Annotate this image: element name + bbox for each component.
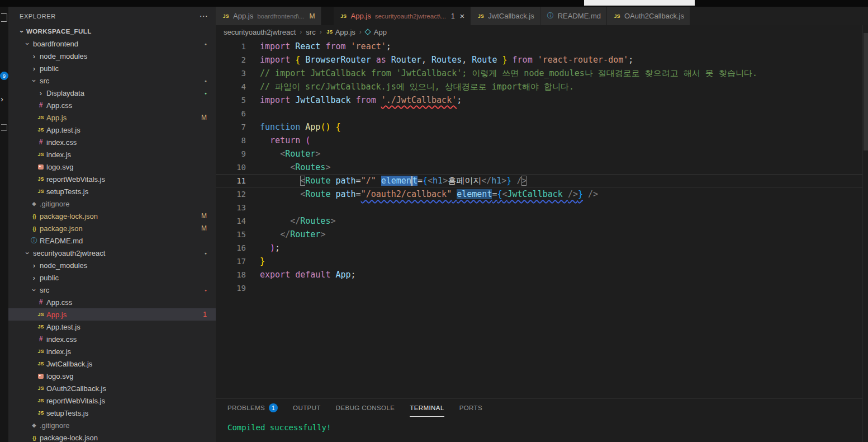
tab-App.js[interactable]: JSApp.jssecurityoauth2jwtreact\...1× [334,7,471,25]
tree-item-label: reportWebVitals.js [46,175,105,184]
line-number: 18 [216,268,246,281]
tree-item-node_modules[interactable]: ›node_modules [8,259,216,271]
code-line-3[interactable]: 3// import JwtCallback from 'JwtCallback… [216,67,868,80]
code-line-18[interactable]: 18export default App; [216,268,868,281]
code-line-7[interactable]: 7function App() { [216,120,868,134]
code-line-6[interactable]: 6 [216,107,868,120]
tree-item-App.test.js[interactable]: JSApp.test.js [8,321,216,333]
line-content: <Router> [246,147,320,161]
tree-item-.gitignore[interactable]: ◆.gitignore [8,419,216,431]
tree-item-package-lock.json[interactable]: {}package-lock.jsonM [8,210,216,222]
code-line-11[interactable]: 11 <Route path="/" element={<h1>홈페이지</h1… [216,174,868,187]
tree-item-reportWebVitals.js[interactable]: JSreportWebVitals.js [8,173,216,185]
tree-item-README.md[interactable]: ⓘREADME.md [8,234,216,247]
code-line-9[interactable]: 9 <Router> [216,147,868,161]
line-number: 6 [216,107,246,120]
tree-item-setupTests.js[interactable]: JSsetupTests.js [8,407,216,419]
git-icon: ◆ [30,421,39,430]
code-line-8[interactable]: 8 return ( [216,134,868,147]
tree-item-index.css[interactable]: #index.css [8,136,216,148]
tree-item-App.js[interactable]: JSApp.jsM [8,111,216,124]
explorer-icon[interactable] [1,13,7,22]
panel-tab-OUTPUT[interactable]: OUTPUT [293,399,321,417]
line-number: 4 [216,80,246,93]
tree-item-public[interactable]: ›public [8,271,216,284]
tree-item-App.js[interactable]: JSApp.js1 [8,308,216,321]
tree-item-node_modules[interactable]: ›node_modules [8,50,216,62]
tree-item-securityoauth2jwtreact[interactable]: ›securityoauth2jwtreact● [8,247,216,259]
panel-tab-DEBUG CONSOLE[interactable]: DEBUG CONSOLE [336,399,395,417]
tree-item-index.js[interactable]: JSindex.js [8,148,216,161]
tree-item-OAuth2Callback.js[interactable]: JSOAuth2Callback.js [8,382,216,394]
code-line-15[interactable]: 15 </Router> [216,228,868,241]
code-line-2[interactable]: 2import { BrowserRouter as Router, Route… [216,53,868,67]
workspace-root[interactable]: › WORKSPACE_FULL [8,25,216,37]
code-line-16[interactable]: 16 ); [216,241,868,255]
tab-title: App.js [351,12,371,20]
title-bar [0,0,868,7]
breadcrumb-item-src[interactable]: src [306,28,315,36]
tree-item-logo.svg[interactable]: logo.svg [8,370,216,382]
tree-item-boardfrontend[interactable]: ›boardfrontend● [8,37,216,50]
more-actions-icon[interactable]: ⋯ [199,11,208,21]
panel-tab-PORTS[interactable]: PORTS [459,399,482,417]
tab-description: boardfrontend\... [257,13,304,20]
tree-item-JwtCallback.js[interactable]: JSJwtCallback.js [8,358,216,370]
line-content: function App() { [246,120,341,134]
code-line-13[interactable]: 13 [216,201,868,214]
tree-item-src[interactable]: ›src● [8,284,216,296]
css-icon: # [36,335,45,344]
tree-item-label: App.test.js [46,323,80,331]
breadcrumb-item-App.js[interactable]: JSApp.js [326,27,355,36]
editor-scrollbar[interactable] [862,25,868,442]
code-line-12[interactable]: 12 <Route path="/oauth2/callback" elemen… [216,187,868,201]
tab-JwtCallback.js[interactable]: JSJwtCallback.js [471,7,540,25]
code-line-1[interactable]: 1import React from 'react'; [216,40,868,53]
tree-item-App.css[interactable]: #App.css [8,99,216,111]
code-line-4[interactable]: 4// 파일이 src/JwtCallback.js에 있으니, 상대경로로 i… [216,80,868,93]
tab-App.js[interactable]: JSApp.jsboardfrontend\...M [216,7,321,25]
tree-item-reportWebVitals.js[interactable]: JSreportWebVitals.js [8,394,216,407]
scrollbar-thumb[interactable] [864,33,868,151]
tree-item-index.js[interactable]: JSindex.js [8,345,216,358]
code-editor[interactable]: 1import React from 'react';2import { Bro… [216,39,868,398]
terminal-output[interactable]: Compiled successfully! [227,423,862,432]
tree-item-index.css[interactable]: #index.css [8,333,216,345]
tree-item-label: securityoauth2jwtreact [33,249,105,257]
line-content: </Router> [246,228,325,241]
tab-title: OAuth2Callback.js [624,12,684,20]
breadcrumb-item-App[interactable]: App [366,28,387,36]
panel-tab-label: PORTS [459,405,482,411]
bottom-panel: PROBLEMS1OUTPUTDEBUG CONSOLETERMINALPORT… [216,398,862,442]
tree-item-label: package-lock.json [40,212,98,220]
code-line-17[interactable]: 17} [216,255,868,268]
tab-OAuth2Callback.js[interactable]: JSOAuth2Callback.js [607,7,690,25]
line-content: return ( [246,134,310,147]
workspace-label: WORKSPACE_FULL [26,28,92,35]
close-icon[interactable]: × [460,11,465,21]
tree-item-App.css[interactable]: #App.css [8,296,216,308]
code-line-5[interactable]: 5import JwtCallback from './JwtCallback'… [216,93,868,107]
activity-bar[interactable]: 9 › [0,7,8,442]
panel-tab-TERMINAL[interactable]: TERMINAL [410,399,444,417]
panel-tab-PROBLEMS[interactable]: PROBLEMS1 [227,399,278,417]
tree-item-package-lock.json[interactable]: {}package-lock.json [8,431,216,442]
tree-item-setupTests.js[interactable]: JSsetupTests.js [8,185,216,198]
tree-item-package.json[interactable]: {}package.jsonM [8,222,216,234]
code-line-14[interactable]: 14 </Routes> [216,214,868,228]
tree-item-App.test.js[interactable]: JSApp.test.js [8,124,216,136]
tree-item-public[interactable]: ›public [8,62,216,74]
tab-README.md[interactable]: ⓘREADME.md [540,7,607,25]
chevron-right-icon[interactable]: › [1,94,3,104]
tree-item-Displaydata[interactable]: ›Displaydata● [8,87,216,99]
tree-item-src[interactable]: ›src● [8,74,216,87]
code-line-10[interactable]: 10 <Routes> [216,161,868,174]
tree-item-label: index.css [46,335,77,344]
code-line-19[interactable]: 19 [216,281,868,295]
tree-item-label: package.json [40,224,83,233]
extensions-icon[interactable] [1,124,7,131]
breadcrumb-item-securityoauth2jwtreact[interactable]: securityoauth2jwtreact [224,28,296,36]
tree-item-logo.svg[interactable]: logo.svg [8,161,216,173]
tab-badge: M [310,12,315,20]
tree-item-.gitignore[interactable]: ◆.gitignore [8,198,216,210]
